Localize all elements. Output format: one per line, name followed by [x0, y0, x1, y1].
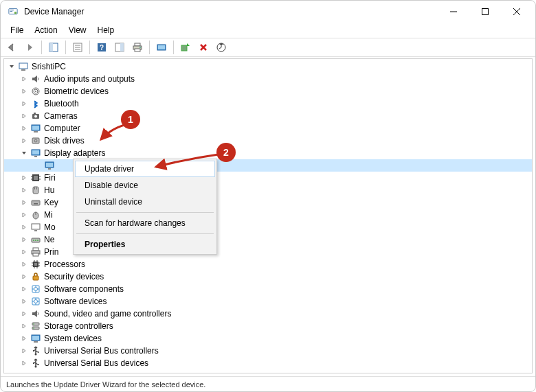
- svg-point-92: [33, 323, 34, 325]
- chevron-right-icon[interactable]: [19, 358, 29, 368]
- enable-button[interactable]: [177, 39, 194, 56]
- svg-rect-89: [32, 312, 34, 315]
- tree-item[interactable]: Software components: [4, 283, 532, 295]
- tree-item[interactable]: Computer: [4, 122, 532, 135]
- uninstall-button[interactable]: [195, 39, 212, 56]
- svg-point-69: [35, 240, 36, 241]
- menu-file[interactable]: File: [5, 24, 29, 36]
- svg-rect-43: [34, 156, 37, 157]
- chevron-right-icon[interactable]: [19, 222, 29, 232]
- chevron-right-icon[interactable]: [19, 247, 29, 257]
- tree-item[interactable]: Universal Serial Bus devices: [4, 357, 532, 369]
- tree-item[interactable]: Cameras: [4, 110, 532, 122]
- svg-rect-101: [33, 362, 34, 364]
- menu-help[interactable]: Help: [92, 24, 120, 36]
- chevron-right-icon[interactable]: [19, 124, 29, 133]
- action-pane-button[interactable]: [111, 39, 128, 56]
- tree-item[interactable]: Security devices: [4, 270, 532, 283]
- svg-rect-98: [33, 350, 34, 351]
- svg-rect-59: [36, 202, 36, 203]
- forward-button[interactable]: [21, 39, 38, 56]
- display-adapter-icon: [44, 160, 55, 171]
- tree-item-label: Universal Serial Bus controllers: [44, 345, 159, 357]
- tree-item[interactable]: Processors: [4, 258, 532, 270]
- chevron-right-icon[interactable]: [19, 346, 29, 356]
- chevron-right-icon[interactable]: [19, 284, 29, 294]
- tree-item-label: Software devices: [44, 295, 107, 308]
- svg-rect-58: [34, 202, 35, 203]
- hid-icon: [30, 185, 41, 196]
- chevron-right-icon[interactable]: [19, 136, 29, 146]
- tree-item[interactable]: Sound, video and game controllers: [4, 308, 532, 320]
- help-button[interactable]: ?: [93, 39, 110, 56]
- svg-rect-45: [46, 163, 53, 167]
- svg-rect-65: [32, 224, 40, 229]
- svg-rect-24: [181, 45, 187, 51]
- chevron-right-icon[interactable]: [19, 111, 29, 121]
- chevron-right-icon[interactable]: [19, 309, 29, 319]
- chevron-right-icon[interactable]: [19, 99, 29, 108]
- storage-icon: [30, 321, 41, 332]
- chevron-right-icon[interactable]: [19, 173, 29, 183]
- svg-rect-73: [33, 253, 38, 256]
- ctx-update-driver[interactable]: Update driver: [75, 161, 215, 177]
- properties-button[interactable]: [69, 39, 86, 56]
- ctx-properties[interactable]: Properties: [75, 236, 215, 253]
- tree-item[interactable]: Display adapters: [4, 147, 532, 159]
- update-driver-button[interactable]: [213, 39, 230, 56]
- chevron-right-icon[interactable]: [19, 210, 29, 220]
- ctx-uninstall-device[interactable]: Uninstall device: [75, 194, 215, 210]
- svg-rect-46: [48, 168, 51, 170]
- print-button[interactable]: [129, 39, 146, 56]
- usb-icon: [30, 358, 41, 369]
- chevron-right-icon[interactable]: [19, 321, 29, 331]
- svg-point-99: [38, 351, 39, 353]
- chevron-right-icon[interactable]: [19, 334, 29, 343]
- scan-hardware-button[interactable]: [153, 39, 170, 56]
- toolbar-divider: [149, 41, 150, 54]
- tree-item-label: Mi: [44, 209, 53, 221]
- toolbar-divider: [41, 41, 42, 54]
- ctx-disable-device[interactable]: Disable device: [75, 177, 215, 194]
- chevron-down-icon[interactable]: [19, 148, 29, 158]
- device-tree-panel: SrishtiPC Audio inputs and outputsBiomet…: [3, 58, 533, 373]
- close-button[interactable]: [501, 1, 533, 23]
- tree-item[interactable]: Universal Serial Bus controllers: [4, 345, 532, 357]
- chevron-right-icon[interactable]: [19, 198, 29, 207]
- maximize-button[interactable]: [469, 1, 501, 23]
- tree-item-label: Processors: [44, 258, 85, 270]
- chevron-right-icon[interactable]: [19, 297, 29, 306]
- camera-icon: [30, 111, 41, 122]
- chevron-right-icon[interactable]: [19, 185, 29, 195]
- chevron-right-icon[interactable]: [19, 260, 29, 269]
- tree-item-label: Firi: [44, 172, 56, 184]
- back-button[interactable]: [3, 39, 20, 56]
- ctx-scan-hardware[interactable]: Scan for hardware changes: [75, 215, 215, 231]
- tree-item[interactable]: Audio inputs and outputs: [4, 73, 532, 85]
- tree-root[interactable]: SrishtiPC: [4, 60, 532, 73]
- tree-item[interactable]: Bluetooth: [4, 97, 532, 110]
- menu-view[interactable]: View: [63, 24, 92, 36]
- svg-text:?: ?: [100, 44, 104, 51]
- chevron-right-icon[interactable]: [19, 87, 29, 96]
- chevron-right-icon[interactable]: [19, 74, 29, 84]
- svg-point-100: [35, 366, 37, 368]
- chevron-right-icon[interactable]: [19, 235, 29, 244]
- tree-item[interactable]: Software devices: [4, 295, 532, 308]
- tree-item[interactable]: Biometric devices: [4, 85, 532, 97]
- tree-item[interactable]: System devices: [4, 332, 532, 345]
- toolbar-divider: [65, 41, 66, 54]
- status-bar: Launches the Update Driver Wizard for th…: [1, 376, 535, 391]
- svg-rect-2: [10, 11, 13, 12]
- show-hide-console-button[interactable]: [45, 39, 62, 56]
- tree-root-label: SrishtiPC: [32, 60, 66, 73]
- svg-point-93: [33, 327, 34, 329]
- minimize-button[interactable]: [438, 1, 469, 23]
- mouse-icon: [30, 209, 41, 220]
- chevron-down-icon[interactable]: [7, 62, 16, 71]
- chevron-right-icon[interactable]: [19, 272, 29, 281]
- menu-action[interactable]: Action: [29, 24, 63, 36]
- tree-item-label: Ne: [44, 233, 54, 246]
- tree-item[interactable]: Storage controllers: [4, 320, 532, 332]
- tree-item[interactable]: Disk drives: [4, 135, 532, 147]
